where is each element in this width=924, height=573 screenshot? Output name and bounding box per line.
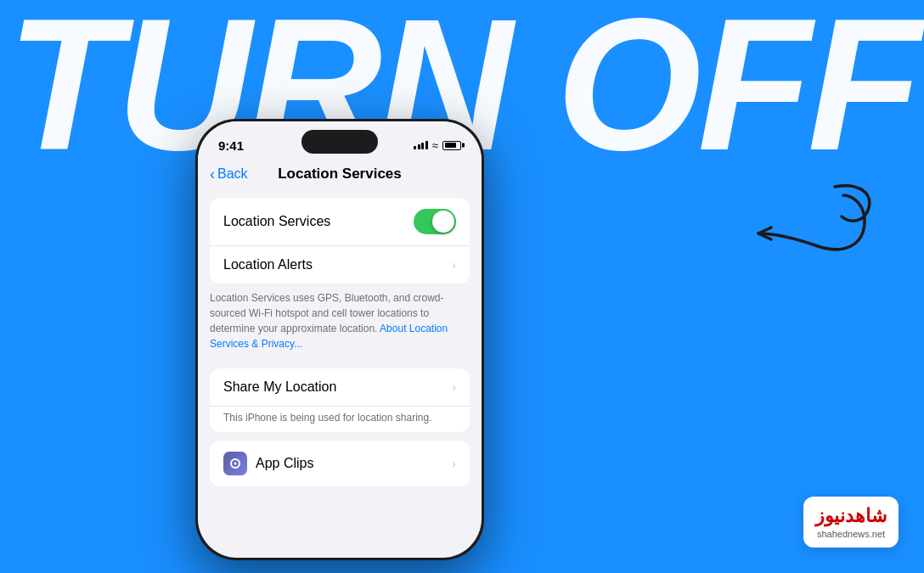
location-services-row: Location Services: [210, 198, 470, 246]
share-my-location-card: Share My Location › This iPhone is being…: [210, 368, 470, 432]
location-alerts-row[interactable]: Location Alerts ›: [210, 246, 470, 284]
phone-device: 9:41 ≈ ‹ Bac: [195, 119, 484, 560]
app-clips-chevron-icon: ›: [452, 457, 456, 470]
share-my-location-label: Share My Location: [223, 379, 336, 395]
nav-title: Location Services: [278, 166, 402, 183]
app-clips-card: App Clips ›: [210, 441, 470, 486]
logo-text: شاهدنیوز: [815, 505, 887, 527]
logo-badge: شاهدنیوز shahednews.net: [803, 497, 899, 548]
share-my-location-row[interactable]: Share My Location ›: [210, 368, 470, 407]
back-label: Back: [217, 166, 248, 182]
status-icons: ≈: [414, 139, 461, 152]
location-alerts-label: Location Alerts: [223, 257, 313, 272]
back-button[interactable]: ‹ Back: [210, 166, 248, 183]
logo-sub: shahednews.net: [815, 529, 887, 539]
battery-icon: [442, 141, 461, 150]
status-time: 9:41: [218, 138, 244, 153]
location-alerts-chevron-icon: ›: [452, 258, 456, 272]
toggle-knob: [432, 211, 454, 233]
dynamic-island: [301, 130, 378, 154]
app-clips-label: App Clips: [256, 456, 313, 471]
share-subtitle: This iPhone is being used for location s…: [210, 407, 470, 432]
location-services-toggle[interactable]: [414, 209, 456, 234]
location-description: Location Services uses GPS, Bluetooth, a…: [198, 284, 482, 360]
settings-content: Location Services Location Alerts › Loca…: [198, 198, 482, 486]
share-chevron-icon: ›: [452, 380, 456, 394]
wifi-icon: ≈: [432, 139, 438, 152]
back-chevron-icon: ‹: [210, 166, 215, 183]
phone-frame: 9:41 ≈ ‹ Bac: [195, 119, 484, 560]
app-clips-icon: [223, 452, 247, 475]
location-services-card: Location Services Location Alerts ›: [210, 198, 470, 284]
signal-icon: [414, 141, 428, 149]
svg-point-1: [234, 463, 237, 465]
app-clips-row[interactable]: App Clips ›: [210, 441, 470, 486]
app-clips-left: App Clips: [223, 452, 313, 475]
phone-screen: 9:41 ≈ ‹ Bac: [198, 121, 482, 558]
location-services-label: Location Services: [223, 214, 330, 229]
nav-bar: ‹ Back Location Services: [198, 159, 482, 189]
arrow-annotation: [707, 178, 877, 306]
